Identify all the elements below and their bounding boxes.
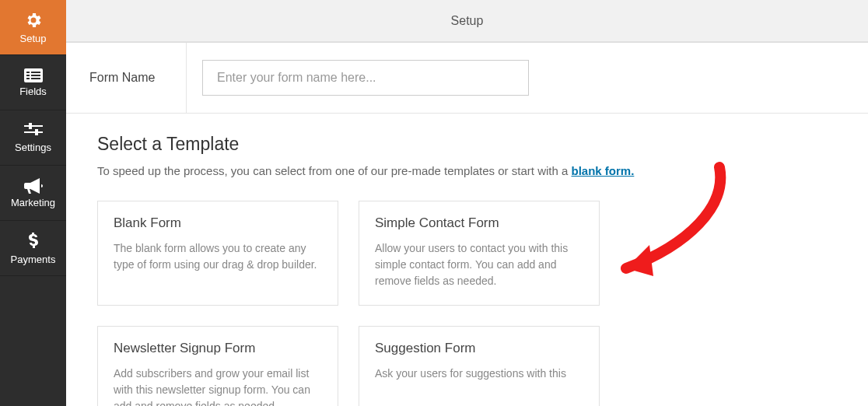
template-subtitle-text: To speed up the process, you can select … (97, 164, 571, 177)
sidebar-item-fields[interactable]: Fields (0, 55, 66, 110)
svg-rect-2 (31, 72, 40, 73)
sidebar-item-label: Payments (11, 254, 56, 265)
svg-rect-6 (31, 78, 40, 79)
sidebar-item-label: Setup (20, 33, 47, 44)
template-card-title: Suggestion Form (375, 341, 583, 356)
gear-icon (24, 11, 43, 30)
template-card-desc: Add subscribers and grow your email list… (114, 366, 322, 406)
template-card-desc: Ask your users for suggestions with this (375, 366, 583, 382)
sidebar: Setup Fields Settings Marketing Payments (0, 0, 66, 406)
sidebar-item-setup[interactable]: Setup (0, 0, 66, 55)
template-card-blank-form[interactable]: Blank Form The blank form allows you to … (97, 201, 338, 306)
sidebar-item-marketing[interactable]: Marketing (0, 166, 66, 221)
page-title: Setup (451, 14, 484, 28)
sidebar-item-payments[interactable]: Payments (0, 221, 66, 276)
svg-rect-5 (26, 78, 30, 79)
list-icon (24, 68, 43, 82)
form-name-input[interactable] (202, 60, 529, 96)
dollar-icon (27, 232, 40, 250)
sliders-icon (24, 123, 43, 138)
svg-rect-4 (31, 75, 40, 76)
template-card-title: Blank Form (114, 215, 322, 231)
bullhorn-icon (24, 178, 43, 194)
template-section-title: Select a Template (97, 134, 837, 155)
template-card-desc: The blank form allows you to create any … (114, 240, 322, 273)
main: Form Name Select a Template To speed up … (66, 42, 868, 406)
form-name-row: Form Name (66, 43, 868, 114)
template-card-title: Simple Contact Form (375, 215, 583, 231)
form-name-label: Form Name (66, 43, 187, 113)
topbar: Setup (66, 0, 868, 42)
sidebar-item-label: Fields (19, 86, 47, 97)
sidebar-item-settings[interactable]: Settings (0, 110, 66, 166)
form-name-input-wrap (187, 43, 544, 113)
template-card-newsletter-signup-form[interactable]: Newsletter Signup Form Add subscribers a… (97, 326, 338, 406)
blank-form-link[interactable]: blank form. (571, 164, 634, 177)
template-card-desc: Allow your users to contact you with thi… (375, 240, 583, 289)
sidebar-item-label: Marketing (11, 197, 55, 208)
sidebar-item-label: Settings (15, 142, 51, 153)
content: Select a Template To speed up the proces… (66, 114, 868, 406)
template-section-subtitle: To speed up the process, you can select … (97, 164, 837, 177)
template-card-simple-contact-form[interactable]: Simple Contact Form Allow your users to … (359, 201, 600, 306)
template-grid: Blank Form The blank form allows you to … (97, 201, 837, 406)
template-card-title: Newsletter Signup Form (114, 341, 322, 356)
template-card-suggestion-form[interactable]: Suggestion Form Ask your users for sugge… (359, 326, 600, 406)
svg-rect-1 (26, 72, 30, 73)
svg-rect-3 (26, 75, 30, 76)
